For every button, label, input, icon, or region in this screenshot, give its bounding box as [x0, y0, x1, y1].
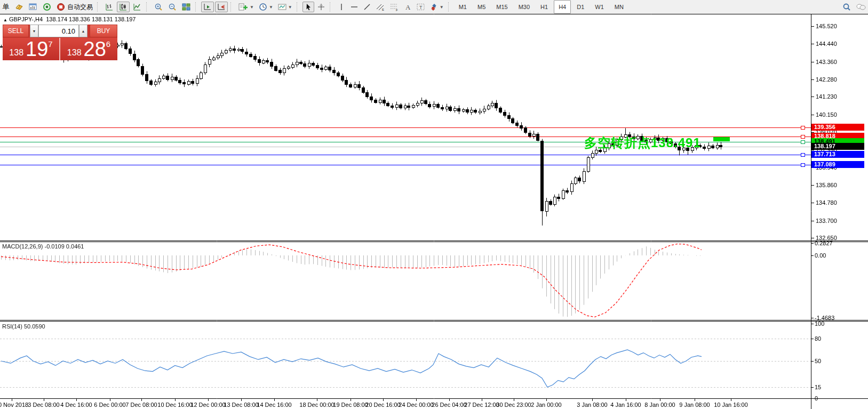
lot-increase-button[interactable]: ▲	[79, 25, 87, 37]
lot-decrease-button[interactable]: ▼	[30, 25, 38, 37]
price-tick-label: 140.150	[816, 111, 837, 118]
price-tick-label: 141.230	[816, 93, 837, 100]
timeframe-h4[interactable]: H4	[554, 0, 571, 14]
toolbar-separator	[195, 2, 198, 12]
timeframe-m30[interactable]: M30	[514, 0, 535, 14]
toolbar-separator	[297, 2, 300, 12]
price-line-label[interactable]: 137.713	[811, 151, 864, 158]
text-icon[interactable]: A	[402, 2, 413, 12]
search-icon[interactable]	[840, 2, 853, 12]
macd-scale-label: 0.00	[815, 252, 826, 259]
rsi-indicator-label: RSI(14) 50.0590	[2, 323, 45, 330]
price-display-divider	[59, 38, 60, 60]
macd-indicator-label: MACD(12,26,9) -0.0109 0.0461	[2, 243, 84, 250]
toolbar-separator	[97, 2, 100, 12]
zoom-out-icon[interactable]	[166, 2, 179, 12]
price-line-label: 138.197	[811, 143, 864, 150]
price-tick-label: 145.520	[816, 23, 837, 29]
ohlc-open: 138.174	[46, 16, 67, 22]
price-tick-label: 135.860	[816, 182, 837, 188]
periods-icon[interactable]: ▼	[257, 2, 275, 12]
price-tick-label: 134.780	[816, 199, 837, 206]
buy-price-big: 28	[84, 39, 106, 59]
svg-text:T: T	[419, 5, 423, 10]
ohlc-high: 138.336	[69, 16, 90, 22]
trendline-icon[interactable]	[361, 2, 373, 12]
chart-canvas[interactable]	[0, 0, 868, 409]
price-tick-label: 142.280	[816, 76, 837, 83]
horizontal-line-icon[interactable]	[348, 2, 360, 12]
date-tick-label: 10 Jan 16:00	[708, 402, 753, 408]
price-line-label[interactable]: 139.356	[811, 124, 864, 131]
svg-text:A: A	[405, 3, 411, 11]
buy-button[interactable]: BUY	[90, 25, 117, 37]
equidistant-channel-icon[interactable]: E	[374, 2, 387, 12]
toolbar-separator	[230, 2, 234, 12]
new-chart-icon[interactable]	[27, 2, 39, 12]
svg-text:F: F	[396, 9, 398, 12]
timeframe-w1[interactable]: W1	[590, 0, 609, 14]
price-tick-label: 133.700	[816, 218, 837, 224]
one-click-trading-panel: SELL ▼ ▲ BUY 138 19 7 138 28 6	[3, 25, 117, 60]
ohlc-low: 138.131	[92, 16, 113, 22]
price-tick-label: 144.440	[816, 41, 837, 47]
line-chart-icon[interactable]	[131, 2, 144, 12]
buy-price-prefix: 138	[67, 48, 82, 58]
rsi-scale-label: 50	[815, 358, 821, 364]
svg-text:E: E	[382, 8, 384, 11]
arrows-icon[interactable]: ▼	[428, 2, 445, 12]
sell-price-pip: 7	[48, 39, 52, 49]
cursor-icon[interactable]	[302, 2, 314, 12]
sell-price-big: 19	[26, 39, 48, 59]
signals-icon[interactable]	[41, 2, 53, 12]
new-order-partial-button[interactable]: 单	[0, 2, 12, 12]
sell-price-display[interactable]: 138 19 7	[3, 38, 59, 60]
toolbar-separator	[330, 2, 333, 12]
autotrading-button[interactable]: 自动交易	[54, 2, 94, 12]
vertical-line-icon[interactable]	[336, 2, 347, 12]
date-tick-label: 2 Jan 00:00	[524, 402, 569, 408]
buy-price-display[interactable]: 138 28 6	[60, 38, 117, 60]
candlestick-chart-icon[interactable]	[117, 2, 130, 12]
zoom-in-icon[interactable]	[152, 2, 165, 12]
turning-point-annotation[interactable]: 多空转折点138.491	[584, 134, 701, 151]
timeframe-m1[interactable]: M1	[454, 0, 472, 14]
lot-size-input[interactable]	[38, 25, 79, 37]
chart-shift-icon[interactable]	[215, 2, 228, 12]
rsi-scale-label: 0	[815, 395, 818, 402]
fibonacci-icon[interactable]: F	[388, 2, 401, 12]
timeframe-d1[interactable]: D1	[572, 0, 589, 14]
auto-scroll-icon[interactable]	[201, 2, 214, 12]
history-center-icon[interactable]	[13, 2, 26, 12]
chat-icon[interactable]	[854, 2, 868, 12]
symbol-name: GBPJPY-,H4	[9, 16, 43, 22]
rsi-scale-label: 15	[815, 384, 821, 390]
timeframe-m5[interactable]: M5	[473, 0, 490, 14]
indicators-icon[interactable]: ▼	[236, 2, 256, 12]
toolbar-separator	[146, 2, 149, 12]
toolbar-separator	[448, 2, 451, 12]
text-label-icon[interactable]: T	[415, 2, 427, 12]
crosshair-icon[interactable]	[315, 2, 327, 12]
ohlc-close: 138.197	[115, 16, 136, 22]
main-toolbar: 单自动交易▼▼▼EFAT▼M1M5M15M30H1H4D1W1MN	[0, 0, 868, 14]
rsi-scale-label: 80	[815, 335, 821, 342]
rsi-scale-label: 100	[815, 320, 824, 327]
timeframe-mn[interactable]: MN	[610, 0, 628, 14]
buy-price-pip: 6	[106, 39, 110, 49]
sell-button[interactable]: SELL	[3, 25, 29, 37]
bar-chart-icon[interactable]	[103, 2, 116, 12]
symbol-info-bar[interactable]: ▲GBPJPY-,H4 138.174 138.336 138.131 138.…	[3, 16, 136, 22]
tile-windows-icon[interactable]	[180, 2, 193, 12]
collapse-arrow-icon[interactable]: ▲	[3, 18, 7, 22]
timeframe-m15[interactable]: M15	[491, 0, 512, 14]
date-tick-label: 14 Dec 16:00	[252, 402, 297, 408]
macd-scale-label: 0.2827	[815, 240, 833, 246]
timeframe-h1[interactable]: H1	[536, 0, 553, 14]
sell-price-prefix: 138	[9, 48, 23, 58]
templates-icon[interactable]: ▼	[276, 2, 294, 12]
price-line-label[interactable]: 137.089	[811, 161, 864, 168]
price-tick-label: 143.360	[816, 59, 837, 65]
